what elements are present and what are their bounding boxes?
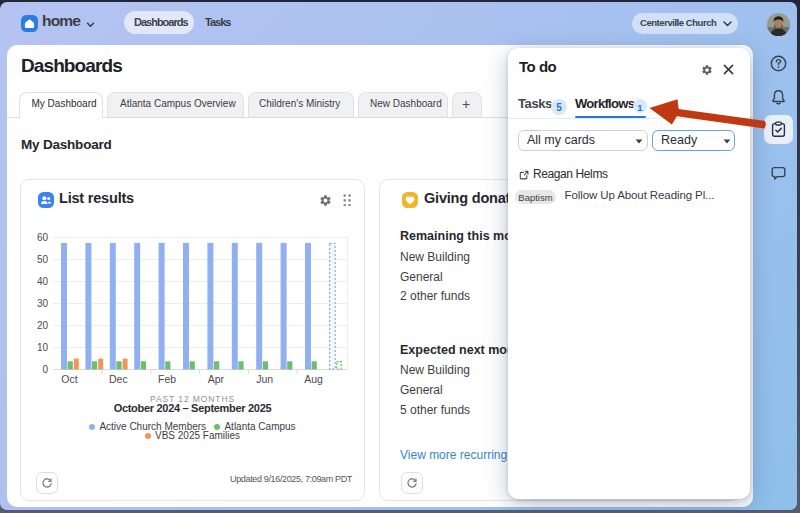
svg-text:Aug: Aug [304,373,323,385]
svg-text:Feb: Feb [158,373,176,385]
svg-text:Apr: Apr [208,373,225,385]
svg-text:Jun: Jun [256,373,273,385]
svg-text:20: 20 [37,320,49,331]
svg-text:10: 10 [37,342,49,353]
svg-text:50: 50 [37,254,49,265]
svg-text:0: 0 [42,364,48,375]
svg-text:Oct: Oct [61,373,77,385]
svg-text:30: 30 [37,298,49,309]
svg-text:Dec: Dec [109,373,128,385]
svg-text:40: 40 [37,276,49,287]
svg-text:60: 60 [37,233,49,243]
